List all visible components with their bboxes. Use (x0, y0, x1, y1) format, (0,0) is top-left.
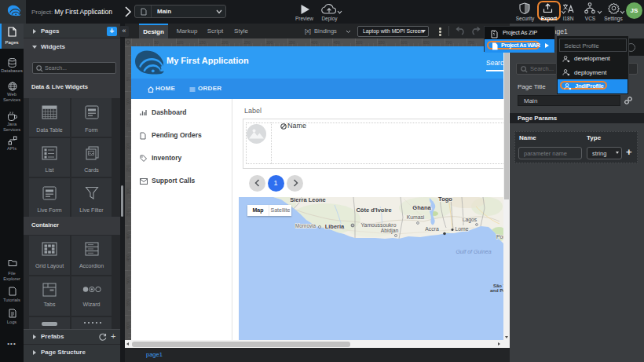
svg-text:Lome: Lome (455, 226, 468, 232)
svg-text:Gulf of Guinea: Gulf of Guinea (456, 249, 491, 254)
svg-text:and Prín: and Prín (490, 288, 503, 293)
svg-text:Togo: Togo (438, 197, 452, 203)
svg-text:Kumasi: Kumasi (407, 214, 425, 220)
svg-text:Côte d'Ivoire: Côte d'Ivoire (356, 207, 391, 214)
svg-text:Sierra Leone: Sierra Leone (290, 197, 325, 203)
svg-text:Port: Port (496, 234, 503, 240)
svg-text:Liberia: Liberia (325, 223, 345, 230)
svg-text:Lagos: Lagos (463, 217, 478, 223)
svg-text:São T: São T (493, 283, 503, 288)
svg-text:Monrovia: Monrovia (295, 223, 316, 229)
svg-text:Accra: Accra (425, 226, 439, 232)
svg-text:Ghana: Ghana (412, 204, 431, 211)
svg-text:Yamoussoukro: Yamoussoukro (361, 222, 397, 228)
svg-text:Abidjan: Abidjan (381, 228, 399, 234)
